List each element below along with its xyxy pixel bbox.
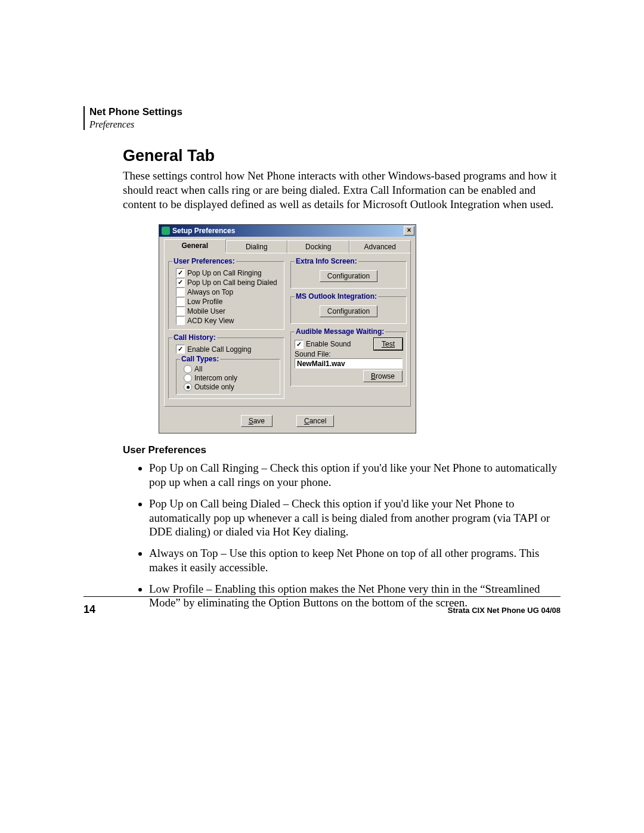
label-mobile-user: Mobile User [187,307,225,315]
browse-button[interactable]: Browse [363,370,402,382]
legend-user-preferences: User Preferences: [172,257,236,265]
tabs-row: General Dialing Docking Advanced [159,237,416,252]
label-enable-sound: Enable Sound [306,340,351,348]
dialog-title: Setup Preferences [172,227,235,235]
test-button[interactable]: Test [374,338,402,350]
close-button[interactable]: × [404,226,414,236]
page-footer: 14 Strata CIX Net Phone UG 04/08 [83,603,561,616]
label-radio-intercom: Intercom only [194,374,237,382]
checkbox-popup-dialed[interactable]: ✓ [176,278,185,287]
checkbox-low-profile[interactable] [176,297,185,306]
label-popup-dialed: Pop Up on Call being Dialed [187,278,277,287]
checkbox-enable-sound[interactable]: ✓ [295,340,304,349]
tab-general[interactable]: General [164,239,226,252]
list-item: Pop Up on Call being Dialed – Check this… [149,497,561,539]
app-icon [162,227,170,235]
extra-info-config-button[interactable]: Configuration [320,270,377,282]
page-number: 14 [83,603,95,616]
checkbox-mobile-user[interactable] [176,306,185,315]
tab-dialing[interactable]: Dialing [226,240,288,253]
sound-file-input[interactable] [295,358,402,368]
label-enable-logging: Enable Call Logging [187,345,251,354]
save-button[interactable]: Save [241,415,273,427]
group-call-types: Call Types: All Intercom only Outside on… [176,355,280,395]
checkbox-popup-ring[interactable]: ✓ [176,268,185,277]
radio-all[interactable] [184,365,192,373]
group-user-preferences: User Preferences: ✓Pop Up on Call Ringin… [168,257,284,330]
tab-advanced[interactable]: Advanced [349,240,411,253]
legend-call-types: Call Types: [180,355,220,363]
label-sound-file: Sound File: [295,350,402,358]
list-item: Pop Up on Call Ringing – Check this opti… [149,461,561,490]
list-item: Always on Top – Use this option to keep … [149,546,561,575]
legend-audible: Audible Message Waiting: [295,327,385,336]
group-audible: Audible Message Waiting: ✓Enable Sound T… [290,327,407,386]
radio-intercom[interactable] [184,374,192,382]
legend-extra-info: Extra Info Screen: [295,257,358,265]
group-call-history: Call History: ✓Enable Call Logging Call … [168,333,284,399]
legend-call-history: Call History: [172,333,217,342]
subheading-user-preferences: User Preferences [123,444,561,456]
checkbox-enable-logging[interactable]: ✓ [176,345,185,354]
intro-paragraph: These settings control how Net Phone int… [123,169,561,211]
tab-docking[interactable]: Docking [287,240,349,253]
checkbox-acd-key[interactable] [176,316,185,325]
label-acd-key: ACD Key View [187,317,234,325]
radio-outside[interactable] [184,383,192,391]
page-title: General Tab [123,147,561,165]
footer-rule [83,596,561,597]
outlook-config-button[interactable]: Configuration [320,305,377,317]
bullet-list: Pop Up on Call Ringing – Check this opti… [123,461,561,610]
label-always-top: Always on Top [187,288,233,296]
legend-outlook: MS Outlook Integration: [295,292,378,301]
label-popup-ring: Pop Up on Call Ringing [187,269,262,277]
header-section-title: Net Phone Settings [89,106,561,118]
checkbox-always-top[interactable] [176,287,185,296]
group-extra-info: Extra Info Screen: Configuration [290,257,407,289]
setup-preferences-dialog: Setup Preferences × General Dialing Dock… [159,224,416,433]
page-header: Net Phone Settings Preferences [83,106,561,130]
label-radio-outside: Outside only [194,383,234,391]
header-subtitle: Preferences [89,119,561,130]
label-low-profile: Low Profile [187,298,222,306]
cancel-button[interactable]: Cancel [296,415,334,427]
group-outlook: MS Outlook Integration: Configuration [290,292,407,324]
footer-doc-title: Strata CIX Net Phone UG 04/08 [448,606,561,615]
label-radio-all: All [194,365,202,373]
dialog-titlebar: Setup Preferences × [159,225,416,237]
